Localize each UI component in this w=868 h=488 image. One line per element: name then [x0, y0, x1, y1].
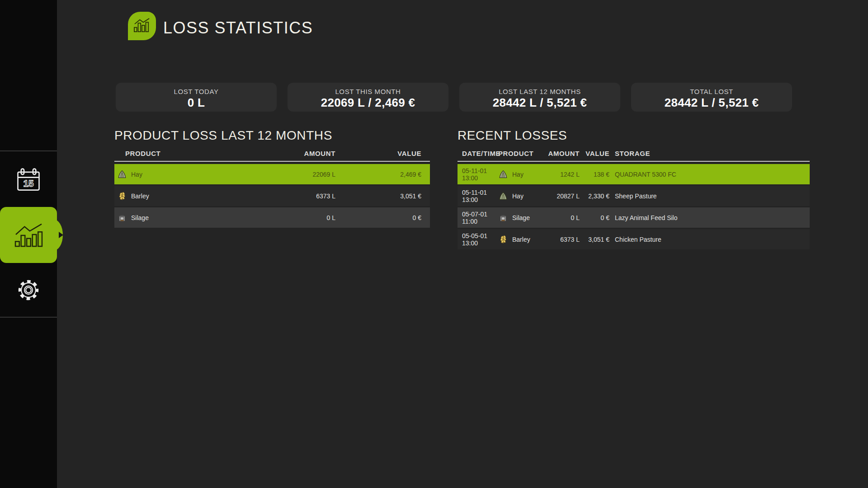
- stat-card-lost-today: LOST TODAY 0 L: [116, 83, 277, 112]
- sidebar-item-calendar[interactable]: 15: [0, 152, 57, 207]
- sidebar-divider: [0, 150, 57, 151]
- product-name: Hay: [512, 192, 524, 200]
- table-row[interactable]: 05-11-01 13:00Hay1242 L138 €QUADRANT 530…: [458, 164, 810, 184]
- product-cell: Hay: [117, 169, 250, 179]
- table-header-row: PRODUCTAMOUNTVALUE: [114, 145, 430, 162]
- amount-cell: 20827 L: [540, 192, 580, 200]
- datetime-cell: 05-07-01 11:00: [462, 211, 498, 225]
- product-cell: Silage: [117, 213, 250, 223]
- product-loss-section: PRODUCT LOSS LAST 12 MONTHS PRODUCTAMOUN…: [114, 128, 430, 228]
- product-cell: Hay: [498, 169, 540, 179]
- table-row[interactable]: Silage0 L0 €: [114, 207, 430, 228]
- value-cell: 0 €: [335, 214, 421, 221]
- product-cell: Silage: [498, 213, 540, 223]
- product-name: Hay: [512, 171, 524, 178]
- amount-cell: 6373 L: [250, 192, 335, 200]
- stat-card-lost-this-month: LOST THIS MONTH 22069 L / 2,469 €: [288, 83, 448, 112]
- stat-label: TOTAL LOST: [631, 88, 792, 95]
- bar-chart-icon: [14, 222, 43, 248]
- storage-cell: Chicken Pasture: [609, 236, 805, 243]
- loss-statistics-app-icon: [128, 12, 156, 40]
- stat-value: 22069 L / 2,469 €: [288, 96, 448, 110]
- datetime-cell: 05-11-01 13:00: [462, 167, 498, 182]
- column-header: VALUE: [335, 150, 421, 157]
- product-cell: Barley: [117, 191, 250, 201]
- column-header: AMOUNT: [250, 150, 335, 157]
- value-cell: 2,469 €: [335, 171, 421, 178]
- section-title: PRODUCT LOSS LAST 12 MONTHS: [114, 128, 430, 143]
- active-tab-pointer-icon: [59, 232, 63, 238]
- hay-icon: [117, 169, 127, 179]
- product-name: Barley: [512, 236, 530, 243]
- silage-icon: [498, 213, 508, 223]
- datetime-cell: 05-05-01 13:00: [462, 232, 498, 247]
- product-name: Hay: [131, 171, 142, 178]
- value-cell: 2,330 €: [580, 192, 609, 200]
- column-header: PRODUCT: [498, 150, 540, 157]
- column-header: PRODUCT: [117, 150, 250, 157]
- recent-losses-section: RECENT LOSSES DATE/TIMEPRODUCTAMOUNTVALU…: [458, 128, 810, 249]
- stat-card-lost-last-12-months: LOST LAST 12 MONTHS 28442 L / 5,521 €: [459, 83, 620, 112]
- column-header: STORAGE: [609, 150, 805, 157]
- column-header: AMOUNT: [540, 150, 580, 157]
- product-cell: Barley: [498, 235, 540, 244]
- product-loss-table: Hay22069 L2,469 €Barley6373 L3,051 €Sila…: [114, 164, 430, 228]
- value-cell: 3,051 €: [580, 236, 609, 243]
- table-header-row: DATE/TIMEPRODUCTAMOUNTVALUESTORAGE: [458, 145, 810, 162]
- product-name: Silage: [512, 214, 530, 221]
- datetime-cell: 05-11-01 13:00: [462, 189, 498, 203]
- bar-chart-icon: [133, 17, 151, 35]
- barley-icon: [117, 191, 127, 201]
- value-cell: 0 €: [580, 214, 609, 221]
- value-cell: 138 €: [580, 171, 609, 178]
- stat-value: 28442 L / 5,521 €: [459, 96, 620, 110]
- amount-cell: 22069 L: [250, 171, 335, 178]
- product-name: Silage: [131, 214, 149, 221]
- amount-cell: 0 L: [250, 214, 335, 221]
- storage-cell: Sheep Pasture: [609, 192, 805, 200]
- silage-icon: [117, 213, 127, 223]
- hay-icon: [498, 191, 508, 201]
- stats-row: LOST TODAY 0 L LOST THIS MONTH 22069 L /…: [116, 83, 792, 112]
- column-header: VALUE: [580, 150, 609, 157]
- stat-label: LOST THIS MONTH: [288, 88, 448, 95]
- sidebar-divider: [0, 317, 57, 318]
- sidebar: 15: [0, 0, 57, 488]
- storage-cell: QUADRANT 5300 FC: [609, 171, 805, 178]
- hay-icon: [498, 169, 508, 179]
- table-row[interactable]: 05-07-01 11:00Silage0 L0 €Lazy Animal Fe…: [458, 207, 810, 228]
- table-row[interactable]: Barley6373 L3,051 €: [114, 186, 430, 206]
- table-row[interactable]: Hay22069 L2,469 €: [114, 164, 430, 184]
- stat-card-total-lost: TOTAL LOST 28442 L / 5,521 €: [631, 83, 792, 112]
- recent-losses-table: 05-11-01 13:00Hay1242 L138 €QUADRANT 530…: [458, 164, 810, 249]
- amount-cell: 1242 L: [540, 171, 580, 178]
- section-title: RECENT LOSSES: [458, 128, 810, 143]
- stat-value: 0 L: [116, 96, 277, 110]
- value-cell: 3,051 €: [335, 192, 421, 200]
- amount-cell: 6373 L: [540, 236, 580, 243]
- column-header: DATE/TIME: [462, 150, 498, 157]
- stat-label: LOST LAST 12 MONTHS: [459, 88, 620, 95]
- product-cell: Hay: [498, 191, 540, 201]
- sidebar-item-settings[interactable]: [0, 263, 57, 317]
- table-row[interactable]: 05-05-01 13:00Barley6373 L3,051 €Chicken…: [458, 229, 810, 249]
- storage-cell: Lazy Animal Feed Silo: [609, 214, 805, 221]
- gear-icon: [15, 277, 42, 303]
- stat-value: 28442 L / 5,521 €: [631, 96, 792, 110]
- sidebar-item-statistics[interactable]: [0, 207, 57, 263]
- table-row[interactable]: 05-11-01 13:00Hay20827 L2,330 €Sheep Pas…: [458, 186, 810, 206]
- product-name: Barley: [131, 192, 149, 200]
- page-title: LOSS STATISTICS: [163, 19, 313, 38]
- stat-label: LOST TODAY: [116, 88, 277, 95]
- calendar-icon: 15: [15, 167, 42, 192]
- barley-icon: [498, 235, 508, 244]
- amount-cell: 0 L: [540, 214, 580, 221]
- svg-text:15: 15: [23, 178, 33, 188]
